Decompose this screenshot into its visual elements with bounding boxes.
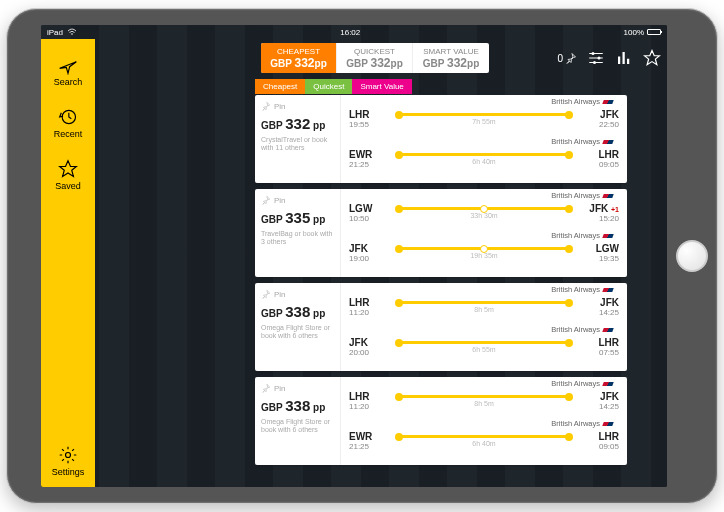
duration-track: 7h 55m: [399, 113, 569, 125]
depart-time: 11:20: [349, 308, 393, 317]
result-card[interactable]: PinGBP 338 ppOmega Flight Store or book …: [255, 283, 627, 371]
sort-tab-cheapest[interactable]: CHEAPESTGBP 332pp: [261, 43, 337, 73]
filter-sliders-icon[interactable]: [587, 49, 605, 67]
chip-quickest[interactable]: Quickest: [305, 79, 352, 94]
result-summary: PinGBP 335 ppTravelBag or book with 3 ot…: [255, 189, 341, 277]
sidebar-item-search[interactable]: Search: [54, 55, 83, 87]
depart-time: 19:00: [349, 254, 393, 263]
result-summary: PinGBP 338 ppOmega Flight Store or book …: [255, 377, 341, 465]
arrive-time: 22:50: [599, 120, 619, 129]
header: CHEAPESTGBP 332ppQUICKESTGBP 332ppSMART …: [95, 39, 667, 77]
arrive-time: 07:55: [599, 348, 619, 357]
depart-code: LGW: [349, 203, 393, 214]
depart-time: 10:50: [349, 214, 393, 223]
airline-label: British Airways: [551, 191, 613, 200]
duration-label: 8h 5m: [399, 400, 569, 407]
arrive-time: 14:25: [599, 308, 619, 317]
clock-icon: [58, 107, 78, 127]
duration-track: 8h 5m: [399, 301, 569, 313]
svg-point-3: [592, 52, 595, 55]
airline-label: British Airways: [551, 97, 613, 106]
pin-label: Pin: [274, 102, 286, 111]
result-agent: Omega Flight Store or book with 6 others: [261, 324, 334, 339]
chip-smart[interactable]: Smart Value: [352, 79, 411, 94]
duration-label: 33h 30m: [399, 212, 569, 219]
star-outline-icon[interactable]: [643, 49, 661, 67]
airline-logo: [602, 382, 613, 386]
airline-logo: [602, 140, 613, 144]
arrive-code: LHR: [598, 431, 619, 442]
arrive-code: LHR: [598, 337, 619, 348]
sidebar-item-label: Saved: [55, 181, 81, 191]
duration-track: 6h 40m: [399, 153, 569, 165]
battery-icon: [647, 29, 661, 35]
chip-cheapest[interactable]: Cheapest: [255, 79, 305, 94]
depart-code: EWR: [349, 149, 393, 160]
svg-rect-7: [623, 52, 625, 64]
status-bar: iPad 16:02 100%: [41, 25, 667, 39]
results-list[interactable]: PinGBP 332 ppCrystalTravel or book with …: [255, 95, 627, 487]
status-time: 16:02: [77, 28, 624, 37]
status-battery-pct: 100%: [624, 28, 644, 37]
depart-time: 11:20: [349, 402, 393, 411]
arrive-time: 09:05: [599, 160, 619, 169]
arrive-time: 14:25: [599, 402, 619, 411]
pin-button[interactable]: Pin: [261, 383, 334, 393]
home-button[interactable]: [676, 240, 708, 272]
plane-icon: [58, 55, 78, 75]
result-price: GBP 338 pp: [261, 397, 334, 414]
sort-tabs: CHEAPESTGBP 332ppQUICKESTGBP 332ppSMART …: [261, 43, 489, 73]
pin-icon: [565, 52, 577, 64]
duration-label: 6h 40m: [399, 158, 569, 165]
airline-logo: [602, 422, 613, 426]
tablet-frame: iPad 16:02 100% Search: [6, 8, 718, 504]
sort-tab-quickest[interactable]: QUICKESTGBP 332pp: [337, 43, 413, 73]
arrive-code: LHR: [598, 149, 619, 160]
status-device: iPad: [47, 28, 63, 37]
sidebar-item-label: Settings: [52, 467, 85, 477]
duration-track: 19h 35m: [399, 247, 569, 259]
result-legs: British AirwaysLHR11:208h 5mJFK14:25Brit…: [341, 377, 627, 465]
arrive-code: JFK: [600, 109, 619, 120]
sidebar-item-recent[interactable]: Recent: [54, 107, 83, 139]
pin-count-chip[interactable]: 0: [557, 52, 577, 64]
depart-code: EWR: [349, 431, 393, 442]
pin-button[interactable]: Pin: [261, 289, 334, 299]
airline-logo: [602, 328, 613, 332]
arrive-code: JFK: [600, 391, 619, 402]
arrive-code: JFK: [600, 297, 619, 308]
airline-label: British Airways: [551, 325, 613, 334]
airline-logo: [602, 194, 613, 198]
sort-tab-price: GBP 332pp: [423, 56, 480, 70]
depart-time: 19:55: [349, 120, 393, 129]
result-card[interactable]: PinGBP 338 ppOmega Flight Store or book …: [255, 377, 627, 465]
sort-tab-price: GBP 332pp: [270, 56, 327, 70]
wifi-icon: [67, 28, 77, 36]
result-agent: TravelBag or book with 3 others: [261, 230, 334, 245]
result-card[interactable]: PinGBP 335 ppTravelBag or book with 3 ot…: [255, 189, 627, 277]
result-summary: PinGBP 332 ppCrystalTravel or book with …: [255, 95, 341, 183]
arrive-time: 09:05: [599, 442, 619, 451]
bars-icon[interactable]: [615, 49, 633, 67]
result-price: GBP 332 pp: [261, 115, 334, 132]
sidebar-item-saved[interactable]: Saved: [55, 159, 81, 191]
result-card[interactable]: PinGBP 332 ppCrystalTravel or book with …: [255, 95, 627, 183]
svg-rect-6: [618, 57, 620, 65]
sort-tab-title: SMART VALUE: [423, 47, 479, 56]
airline-label: British Airways: [551, 379, 613, 388]
depart-time: 20:00: [349, 348, 393, 357]
airline-logo: [602, 288, 613, 292]
pin-button[interactable]: Pin: [261, 101, 334, 111]
sidebar-item-label: Search: [54, 77, 83, 87]
depart-time: 21:25: [349, 160, 393, 169]
duration-label: 8h 5m: [399, 306, 569, 313]
svg-point-5: [593, 61, 596, 64]
sort-tab-smart-value[interactable]: SMART VALUEGBP 332pp: [413, 43, 489, 73]
pin-icon: [261, 383, 271, 393]
pin-count: 0: [557, 53, 563, 64]
content-area: CHEAPESTGBP 332ppQUICKESTGBP 332ppSMART …: [95, 39, 667, 487]
pin-button[interactable]: Pin: [261, 195, 334, 205]
result-legs: British AirwaysLHR19:557h 55mJFK22:50Bri…: [341, 95, 627, 183]
sidebar-item-settings[interactable]: Settings: [52, 445, 85, 477]
stop-indicator: [480, 205, 488, 213]
